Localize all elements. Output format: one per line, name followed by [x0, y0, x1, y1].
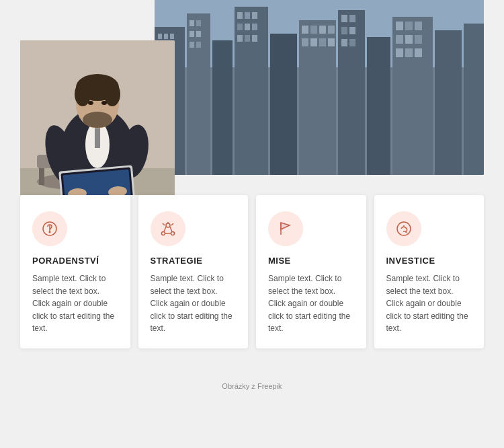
svg-rect-40 — [328, 26, 335, 34]
svg-rect-37 — [302, 26, 308, 34]
svg-rect-58 — [405, 48, 413, 57]
svg-rect-14 — [164, 34, 168, 39]
card-icon-poradenstvi — [32, 211, 67, 246]
svg-rect-42 — [310, 38, 317, 46]
svg-rect-3 — [187, 13, 210, 175]
card-poradenstvi: PORADENSTVÍ Sample text. Click to select… — [20, 195, 130, 348]
svg-rect-28 — [237, 12, 243, 19]
buildings-image — [155, 0, 484, 175]
svg-rect-38 — [310, 26, 317, 34]
svg-point-88 — [171, 232, 174, 235]
card-mise: MISE Sample text. Click to select the te… — [256, 195, 366, 348]
cards-grid: PORADENSTVÍ Sample text. Click to select… — [20, 195, 484, 348]
svg-rect-41 — [302, 38, 308, 46]
svg-rect-23 — [196, 20, 201, 26]
svg-rect-50 — [349, 39, 355, 46]
svg-rect-39 — [319, 26, 326, 34]
svg-rect-57 — [396, 48, 403, 57]
card-text-mise: Sample text. Click to select the text bo… — [268, 272, 354, 335]
svg-rect-36 — [252, 35, 257, 42]
svg-rect-32 — [245, 24, 250, 30]
svg-rect-53 — [415, 22, 422, 30]
svg-rect-26 — [190, 42, 194, 48]
card-icon-strategie — [151, 211, 185, 246]
svg-rect-25 — [196, 31, 201, 37]
svg-point-75 — [88, 101, 93, 105]
svg-point-85 — [49, 231, 50, 233]
svg-rect-33 — [252, 24, 257, 30]
svg-rect-29 — [245, 12, 250, 19]
svg-rect-45 — [341, 15, 347, 22]
svg-rect-5 — [235, 7, 268, 175]
footer-link[interactable]: Freepik — [257, 382, 282, 390]
footer: Obrázky z Freepik — [0, 375, 504, 400]
svg-rect-30 — [252, 12, 257, 19]
svg-rect-15 — [170, 34, 174, 39]
svg-point-74 — [83, 112, 112, 128]
svg-rect-48 — [349, 27, 355, 34]
svg-point-86 — [166, 223, 170, 227]
svg-rect-9 — [367, 37, 390, 175]
card-strategie: STRATEGIE Sample text. Click to select t… — [138, 195, 249, 348]
svg-rect-24 — [190, 31, 194, 37]
svg-rect-51 — [396, 22, 403, 30]
svg-rect-59 — [415, 48, 422, 57]
svg-point-89 — [397, 222, 411, 235]
svg-rect-44 — [328, 38, 335, 46]
card-title-poradenstvi: PORADENSTVÍ — [32, 256, 118, 266]
svg-rect-34 — [237, 35, 243, 42]
svg-rect-52 — [405, 22, 413, 30]
svg-rect-13 — [158, 34, 162, 39]
svg-rect-8 — [338, 10, 365, 175]
svg-rect-46 — [349, 15, 355, 22]
svg-rect-49 — [341, 39, 347, 46]
svg-rect-56 — [415, 35, 422, 44]
card-investice: INVESTICE Sample text. Click to select t… — [374, 195, 485, 348]
person-image — [20, 40, 175, 215]
card-text-investice: Sample text. Click to select the text bo… — [386, 272, 472, 335]
page-wrapper: PORADENSTVÍ Sample text. Click to select… — [0, 0, 504, 400]
svg-rect-31 — [237, 24, 243, 30]
svg-rect-6 — [270, 34, 297, 175]
card-title-mise: MISE — [268, 256, 354, 266]
card-title-investice: INVESTICE — [386, 256, 472, 266]
card-title-strategie: STRATEGIE — [151, 256, 237, 266]
card-text-strategie: Sample text. Click to select the text bo… — [151, 272, 237, 335]
svg-rect-35 — [245, 35, 250, 42]
card-icon-investice — [386, 211, 421, 246]
card-icon-mise — [268, 211, 303, 246]
svg-point-87 — [161, 232, 165, 235]
svg-rect-27 — [196, 42, 201, 48]
svg-rect-11 — [435, 30, 462, 175]
svg-rect-12 — [464, 24, 484, 175]
svg-rect-43 — [319, 38, 326, 46]
svg-rect-55 — [405, 35, 413, 44]
svg-rect-22 — [190, 20, 194, 26]
svg-rect-4 — [212, 40, 233, 175]
cards-section: PORADENSTVÍ Sample text. Click to select… — [0, 195, 504, 375]
svg-rect-54 — [396, 35, 403, 44]
footer-text: Obrázky z — [222, 382, 257, 390]
svg-point-76 — [101, 101, 107, 105]
card-text-poradenstvi: Sample text. Click to select the text bo… — [32, 272, 118, 335]
top-section — [0, 0, 504, 215]
svg-rect-47 — [341, 27, 347, 34]
